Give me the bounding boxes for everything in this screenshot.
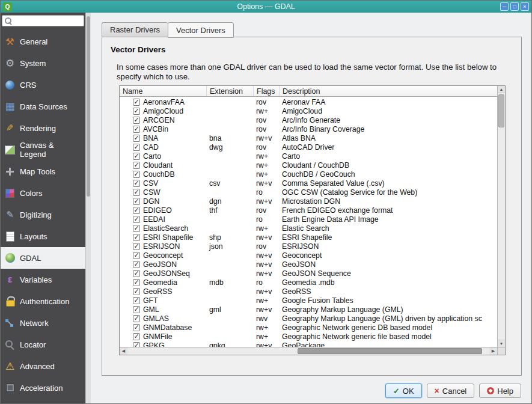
sidebar-item-gdal[interactable]: GDAL bbox=[1, 247, 85, 269]
sidebar-item-variables[interactable]: Variables bbox=[1, 269, 85, 290]
sidebar-item-authentication[interactable]: Authentication bbox=[1, 290, 85, 312]
column-header-description[interactable]: Description bbox=[280, 86, 497, 96]
driver-checkbox[interactable]: ✓ bbox=[133, 306, 140, 313]
search-input[interactable] bbox=[14, 17, 81, 25]
driver-checkbox[interactable]: ✓ bbox=[133, 252, 140, 259]
driver-row[interactable]: ✓AeronavFAArovAeronav FAA bbox=[120, 97, 497, 106]
driver-row[interactable]: ✓GNMFilerw+Geographic Network generic fi… bbox=[120, 332, 497, 341]
driver-checkbox[interactable]: ✓ bbox=[133, 180, 140, 187]
column-header-extension[interactable]: Extension bbox=[207, 86, 254, 96]
driver-checkbox[interactable]: ✓ bbox=[133, 261, 140, 268]
driver-row[interactable]: ✓Cartorw+Carto bbox=[120, 152, 497, 161]
sidebar-item-digitizing[interactable]: Digitizing bbox=[1, 204, 85, 225]
driver-row[interactable]: ✓GeoRSSrw+vGeoRSS bbox=[120, 287, 497, 296]
driver-checkbox[interactable]: ✓ bbox=[133, 198, 140, 205]
driver-checkbox[interactable]: ✓ bbox=[133, 99, 140, 106]
sidebar-scrollbar[interactable] bbox=[85, 13, 91, 403]
maximize-button[interactable]: □ bbox=[510, 2, 519, 11]
driver-row[interactable]: ✓CSVcsvrw+vComma Separated Value (.csv) bbox=[120, 179, 497, 188]
driver-checkbox[interactable]: ✓ bbox=[133, 153, 140, 160]
scroll-up-arrow-icon[interactable]: ▲ bbox=[498, 86, 505, 93]
driver-checkbox[interactable]: ✓ bbox=[133, 135, 140, 142]
driver-flags: rw+ bbox=[254, 224, 280, 233]
driver-row[interactable]: ✓ESRIJSONjsonrovESRIJSON bbox=[120, 242, 497, 251]
vertical-scrollbar-thumb[interactable] bbox=[498, 94, 504, 127]
help-button[interactable]: Help bbox=[479, 384, 521, 398]
horizontal-scrollbar-thumb[interactable] bbox=[298, 348, 482, 354]
sidebar-item-map-tools[interactable]: Map Tools bbox=[1, 161, 85, 182]
driver-checkbox[interactable]: ✓ bbox=[133, 234, 140, 241]
driver-row[interactable]: ✓CADdwgrovAutoCAD Driver bbox=[120, 142, 497, 152]
column-header-name[interactable]: Name bbox=[120, 86, 207, 96]
driver-row[interactable]: ✓Cloudantrw+Cloudant / CouchDB bbox=[120, 161, 497, 170]
driver-row[interactable]: ✓DGNdgnrw+vMicrostation DGN bbox=[120, 197, 497, 206]
driver-row[interactable]: ✓GMLgmlrw+vGeography Markup Language (GM… bbox=[120, 305, 497, 314]
column-header-flags[interactable]: Flags bbox=[254, 86, 280, 96]
driver-row[interactable]: ✓GeoJSONSeqrw+vGeoJSON Sequence bbox=[120, 269, 497, 278]
driver-checkbox[interactable]: ✓ bbox=[133, 225, 140, 232]
driver-checkbox[interactable]: ✓ bbox=[133, 243, 140, 250]
driver-row[interactable]: ✓Geoconceptrw+vGeoconcept bbox=[120, 251, 497, 260]
horizontal-scrollbar-track[interactable] bbox=[127, 347, 489, 355]
driver-row[interactable]: ✓GeoJSONrw+vGeoJSON bbox=[120, 260, 497, 269]
driver-row[interactable]: ✓AVCBinrovArc/Info Binary Coverage bbox=[120, 124, 497, 133]
driver-checkbox[interactable]: ✓ bbox=[133, 297, 140, 304]
sidebar-item-network[interactable]: Network bbox=[1, 312, 85, 334]
driver-row[interactable]: ✓GFTrw+Google Fusion Tables bbox=[120, 296, 497, 305]
minimize-button[interactable]: ─ bbox=[500, 2, 509, 11]
driver-row[interactable]: ✓GPKGgpkgrw+vGeoPackage bbox=[120, 341, 497, 347]
driver-checkbox[interactable]: ✓ bbox=[133, 288, 140, 295]
table-horizontal-scrollbar[interactable]: ◀ ▶ bbox=[120, 347, 497, 355]
driver-checkbox[interactable]: ✓ bbox=[133, 342, 140, 347]
driver-checkbox[interactable]: ✓ bbox=[133, 126, 140, 133]
driver-row[interactable]: ✓GeomediamdbroGeomedia .mdb bbox=[120, 278, 497, 287]
close-button[interactable]: × bbox=[521, 2, 529, 11]
driver-row[interactable]: ✓EEDAIroEarth Engine Data API Image bbox=[120, 215, 497, 224]
sidebar-item-rendering[interactable]: Rendering bbox=[1, 117, 85, 139]
driver-row[interactable]: ✓CSWroOGC CSW (Catalog Service for the W… bbox=[120, 188, 497, 197]
ok-button[interactable]: ✓ OK bbox=[385, 384, 422, 398]
driver-checkbox[interactable]: ✓ bbox=[133, 162, 140, 169]
driver-checkbox[interactable]: ✓ bbox=[133, 333, 140, 340]
driver-row[interactable]: ✓ElasticSearchrw+Elastic Search bbox=[120, 224, 497, 233]
driver-row[interactable]: ✓AmigoCloudrw+AmigoCloud bbox=[120, 106, 497, 115]
driver-checkbox[interactable]: ✓ bbox=[133, 189, 140, 196]
sidebar-item-advanced[interactable]: Advanced bbox=[1, 355, 85, 377]
driver-checkbox[interactable]: ✓ bbox=[133, 108, 140, 115]
tab-raster-drivers[interactable]: Raster Drivers bbox=[102, 22, 168, 37]
sidebar-item-system[interactable]: System bbox=[1, 52, 85, 74]
driver-row[interactable]: ✓GMLASrwvGeography Markup Language (GML)… bbox=[120, 314, 497, 323]
sidebar-item-locator[interactable]: Locator bbox=[1, 334, 85, 355]
driver-checkbox[interactable]: ✓ bbox=[133, 279, 140, 286]
driver-checkbox[interactable]: ✓ bbox=[133, 270, 140, 277]
driver-row[interactable]: ✓EDIGEOthfrovFrench EDIGEO exchange form… bbox=[120, 206, 497, 215]
cancel-button[interactable]: × Cancel bbox=[427, 384, 475, 398]
scroll-down-arrow-icon[interactable]: ▼ bbox=[498, 340, 505, 347]
driver-row[interactable]: ✓GNMDatabaserw+Geographic Network generi… bbox=[120, 323, 497, 332]
driver-row[interactable]: ✓ARCGENrovArc/Info Generate bbox=[120, 115, 497, 124]
driver-checkbox[interactable]: ✓ bbox=[133, 144, 140, 151]
driver-checkbox[interactable]: ✓ bbox=[133, 207, 140, 214]
sidebar-item-acceleration[interactable]: Acceleration bbox=[1, 377, 85, 399]
sidebar-item-layouts[interactable]: Layouts bbox=[1, 225, 85, 247]
driver-checkbox[interactable]: ✓ bbox=[133, 324, 140, 331]
sidebar-scrollbar-thumb[interactable] bbox=[87, 16, 90, 197]
driver-checkbox[interactable]: ✓ bbox=[133, 315, 140, 322]
driver-checkbox[interactable]: ✓ bbox=[133, 171, 140, 178]
scroll-left-arrow-icon[interactable]: ◀ bbox=[120, 347, 127, 355]
scroll-right-arrow-icon[interactable]: ▶ bbox=[489, 347, 497, 355]
search-box[interactable] bbox=[2, 15, 84, 26]
sidebar-item-general[interactable]: General bbox=[1, 31, 85, 52]
driver-row[interactable]: ✓ESRI Shapefileshprw+vESRI Shapefile bbox=[120, 233, 497, 242]
sidebar-item-canvas-legend[interactable]: Canvas & Legend bbox=[1, 139, 85, 161]
table-vertical-scrollbar[interactable]: ▲ ▼ bbox=[497, 86, 505, 347]
driver-checkbox[interactable]: ✓ bbox=[133, 117, 140, 124]
driver-row[interactable]: ✓BNAbnarw+vAtlas BNA bbox=[120, 133, 497, 142]
sidebar-item-colors[interactable]: Colors bbox=[1, 182, 85, 204]
driver-row[interactable]: ✓CouchDBrw+CouchDB / GeoCouch bbox=[120, 170, 497, 179]
sidebar-item-data-sources[interactable]: Data Sources bbox=[1, 96, 85, 117]
titlebar[interactable]: Q Options — GDAL ─□× bbox=[1, 1, 531, 13]
sidebar-item-crs[interactable]: CRS bbox=[1, 74, 85, 96]
tab-vector-drivers[interactable]: Vector Drivers bbox=[168, 22, 234, 38]
driver-checkbox[interactable]: ✓ bbox=[133, 216, 140, 223]
